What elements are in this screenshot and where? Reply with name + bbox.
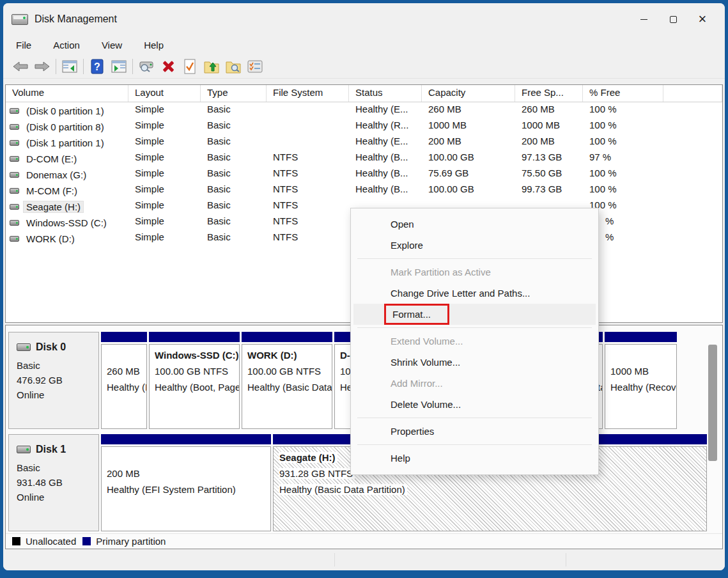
disk-label-box[interactable]: Disk 0 Basic 476.92 GB Online bbox=[8, 332, 99, 429]
maximize-icon bbox=[670, 16, 677, 23]
column-header[interactable]: Free Sp... bbox=[515, 85, 583, 102]
table-row[interactable]: D-COM (E:) Simple Basic NTFS Healthy (B.… bbox=[6, 150, 722, 166]
disk-name: Disk 0 bbox=[36, 341, 66, 353]
disk-size: 476.92 GB bbox=[17, 373, 98, 387]
minimize-icon bbox=[640, 19, 647, 20]
red-highlight-box: Format... bbox=[384, 304, 449, 325]
column-header[interactable]: Layout bbox=[128, 85, 201, 102]
partition-size: 931.28 GB NTFS bbox=[279, 468, 355, 479]
menu-item-explore[interactable]: Explore bbox=[353, 235, 596, 256]
folder-upload-icon[interactable] bbox=[201, 57, 222, 76]
drive-search-icon[interactable] bbox=[136, 57, 157, 76]
legend-swatch bbox=[12, 537, 20, 545]
partition-color-bar bbox=[149, 332, 240, 342]
partition-block[interactable]: 260 MB Healthy (EFI System Partition) bbox=[101, 332, 147, 429]
table-row[interactable]: (Disk 0 partition 8) Simple Basic Health… bbox=[6, 118, 722, 134]
toolbar: ? bbox=[3, 54, 725, 79]
partition-size: 260 MB bbox=[107, 366, 140, 377]
partition-status: Healthy (EFI System Partition) bbox=[107, 484, 236, 495]
column-header[interactable] bbox=[663, 85, 722, 102]
menu-separator bbox=[357, 418, 592, 418]
volume-name: (Disk 0 partition 1) bbox=[24, 105, 107, 116]
column-header[interactable]: Volume bbox=[6, 85, 128, 102]
column-header[interactable]: Status bbox=[349, 85, 422, 102]
volume-name: Seagate (H:) bbox=[24, 201, 83, 212]
delete-x-icon[interactable] bbox=[157, 57, 179, 76]
partition-status: Healthy (EFI System Partition) bbox=[107, 382, 146, 393]
disk-icon bbox=[17, 343, 31, 351]
back-arrow-icon[interactable] bbox=[10, 57, 31, 76]
menu-separator bbox=[357, 327, 592, 328]
table-row[interactable]: Donemax (G:) Simple Basic NTFS Healthy (… bbox=[6, 166, 722, 182]
menu-item-properties[interactable]: Properties bbox=[353, 421, 596, 442]
column-header[interactable]: % Free bbox=[583, 85, 663, 102]
partition-status: Healthy (Recovery Partition) bbox=[610, 382, 676, 393]
action-pane-window-icon[interactable] bbox=[108, 57, 130, 76]
volume-table-header: VolumeLayoutTypeFile SystemStatusCapacit… bbox=[6, 85, 722, 102]
menu-item-open[interactable]: Open bbox=[353, 214, 596, 235]
toolbar-separator bbox=[83, 59, 84, 74]
partition-name: WORK (D:) bbox=[247, 350, 297, 361]
partition-name: Seagate (H:) bbox=[279, 452, 337, 463]
volume-disk-icon bbox=[10, 236, 19, 242]
column-header[interactable]: File System bbox=[267, 85, 349, 102]
menu-bar: File Action View Help bbox=[3, 35, 725, 54]
volume-disk-icon bbox=[10, 108, 19, 114]
toolbar-separator bbox=[132, 59, 133, 74]
disk-label-box[interactable]: Disk 1 Basic 931.48 GB Online bbox=[8, 434, 99, 531]
close-button[interactable]: × bbox=[688, 6, 717, 32]
partition-block[interactable]: 200 MB Healthy (EFI System Partition) bbox=[101, 434, 271, 531]
partition-block[interactable]: 1000 MB Healthy (Recovery Partition) bbox=[605, 332, 677, 429]
partition-block[interactable]: WORK (D:) 100.00 GB NTFS Healthy (Basic … bbox=[242, 332, 332, 429]
menu-item-format[interactable]: Format... bbox=[353, 304, 596, 325]
window-title: Disk Management bbox=[35, 13, 117, 25]
volume-disk-icon bbox=[10, 220, 19, 226]
menu-item-add-mirror: Add Mirror... bbox=[353, 373, 596, 394]
svg-text:?: ? bbox=[94, 61, 100, 72]
menu-item-help[interactable]: Help bbox=[353, 448, 596, 469]
vertical-scrollbar-thumb[interactable] bbox=[708, 345, 717, 461]
legend-item: Primary partition bbox=[82, 536, 166, 547]
menu-action[interactable]: Action bbox=[50, 38, 82, 52]
status-bar bbox=[3, 550, 725, 570]
volume-disk-icon bbox=[10, 124, 19, 130]
partition-size: 100.00 GB NTFS bbox=[247, 366, 321, 377]
menu-file[interactable]: File bbox=[13, 38, 34, 52]
volume-name: (Disk 0 partition 8) bbox=[24, 121, 107, 132]
legend-swatch bbox=[82, 537, 91, 545]
menu-item-change-drive-letter-and-paths[interactable]: Change Drive Letter and Paths... bbox=[353, 283, 596, 304]
disk-state: Online bbox=[17, 387, 98, 402]
menu-item-delete-volume[interactable]: Delete Volume... bbox=[353, 394, 596, 415]
maximize-button[interactable] bbox=[658, 6, 688, 32]
table-row[interactable]: (Disk 1 partition 1) Simple Basic Health… bbox=[6, 134, 722, 150]
partition-size: 200 MB bbox=[107, 468, 140, 479]
menu-help[interactable]: Help bbox=[141, 38, 166, 52]
statusbar-divider bbox=[334, 553, 335, 566]
help-icon[interactable]: ? bbox=[86, 57, 108, 76]
partition-status: Healthy (Basic Data Partition) bbox=[279, 484, 407, 495]
partition-color-bar bbox=[101, 434, 271, 444]
partition-block[interactable]: Windows-SSD (C:) 100.00 GB NTFS Healthy … bbox=[149, 332, 240, 429]
table-row[interactable]: M-COM (F:) Simple Basic NTFS Healthy (B.… bbox=[6, 182, 722, 198]
legend-bar: Unallocated Primary partition bbox=[6, 533, 722, 549]
forward-arrow-icon[interactable] bbox=[31, 57, 53, 76]
volume-name: WORK (D:) bbox=[24, 233, 77, 244]
partition-color-bar bbox=[101, 332, 147, 342]
document-check-icon[interactable] bbox=[179, 57, 201, 76]
menu-view[interactable]: View bbox=[99, 38, 125, 52]
title-bar: Disk Management × bbox=[3, 3, 725, 35]
partition-color-bar bbox=[605, 332, 677, 342]
console-tree-window-icon[interactable] bbox=[59, 57, 81, 76]
column-header[interactable]: Capacity bbox=[422, 85, 515, 102]
table-row[interactable]: (Disk 0 partition 1) Simple Basic Health… bbox=[6, 102, 722, 118]
disk-size: 931.48 GB bbox=[17, 475, 98, 490]
checklist-icon[interactable] bbox=[244, 57, 266, 76]
partition-color-bar bbox=[242, 332, 332, 342]
minimize-button[interactable] bbox=[629, 6, 658, 32]
folder-search-icon[interactable] bbox=[222, 57, 244, 76]
volume-name: Windows-SSD (C:) bbox=[24, 217, 109, 228]
partition-size: 100.00 GB NTFS bbox=[155, 366, 228, 377]
menu-item-shrink-volume[interactable]: Shrink Volume... bbox=[353, 352, 596, 373]
column-header[interactable]: Type bbox=[201, 85, 267, 102]
partition-status: Healthy (Basic Data Partition) bbox=[247, 382, 332, 393]
